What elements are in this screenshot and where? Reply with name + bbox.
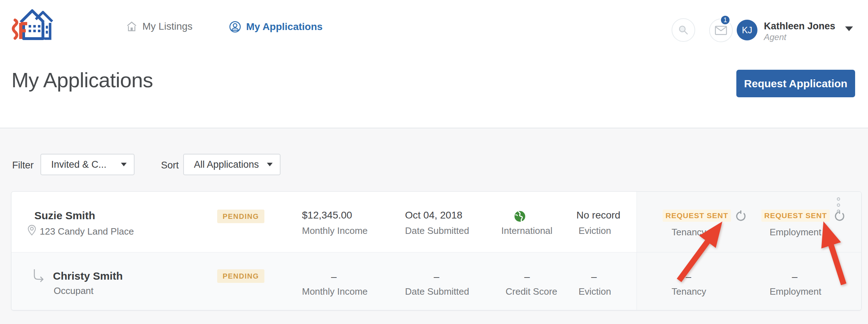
request-sent-badge: REQUEST SENT <box>663 210 731 222</box>
user-name: Kathleen Jones <box>764 21 835 32</box>
date-submitted-value: Oct 04, 2018 <box>405 210 462 221</box>
occupant-name[interactable]: Christy Smith <box>53 270 123 282</box>
status-badge: PENDING <box>217 210 264 223</box>
monthly-income-label: Monthly Income <box>302 286 368 297</box>
credit-score-label: Credit Score <box>506 286 557 297</box>
avatar[interactable]: KJ <box>737 20 757 40</box>
home-icon <box>126 21 137 32</box>
credit-score-value: – <box>524 271 530 283</box>
user-role: Agent <box>764 32 786 42</box>
nav-my-applications-label: My Applications <box>246 21 323 33</box>
eviction-label: Eviction <box>579 225 611 236</box>
status-badge: PENDING <box>217 269 264 283</box>
sort-label: Sort <box>161 160 179 171</box>
applications-table: Suzie Smith 123 Candy Land Place PENDING… <box>11 191 862 310</box>
employment-request-chip: REQUEST SENT <box>761 210 845 222</box>
content-area: Filter Invited & C... Sort All Applicati… <box>0 128 868 324</box>
unread-count-badge: 1 <box>720 15 731 25</box>
nav-my-listings[interactable]: My Listings <box>126 21 192 32</box>
request-sent-badge: REQUEST SENT <box>761 210 830 222</box>
monthly-income-value: $12,345.00 <box>302 210 352 221</box>
sf-homes-logo[interactable] <box>10 5 54 41</box>
tenancy-request-chip: REQUEST SENT <box>663 210 746 222</box>
nav-my-applications[interactable]: My Applications <box>229 21 323 33</box>
filter-label: Filter <box>12 160 34 171</box>
filter-value: Invited & C... <box>51 159 107 170</box>
applicant-name[interactable]: Suzie Smith <box>34 210 95 222</box>
chevron-down-icon <box>121 163 127 166</box>
monthly-income-label: Monthly Income <box>302 225 368 236</box>
profile-menu-caret[interactable] <box>845 26 853 31</box>
sub-item-arrow-icon <box>31 268 46 283</box>
search-button[interactable] <box>672 18 695 42</box>
chevron-down-icon <box>267 163 273 166</box>
employment-label: Employment <box>770 227 821 238</box>
eviction-value: No record <box>576 210 620 221</box>
page: My Listings My Applications <box>0 0 868 324</box>
nav-my-listings-label: My Listings <box>142 21 192 32</box>
request-application-button[interactable]: Request Application <box>736 70 855 97</box>
search-icon <box>678 25 689 35</box>
sort-dropdown[interactable]: All Applications <box>183 154 281 175</box>
location-pin-icon <box>28 225 36 236</box>
eviction-value: – <box>591 271 597 283</box>
property-address: 123 Candy Land Place <box>40 226 134 237</box>
person-icon <box>229 21 241 33</box>
employment-value: – <box>792 271 798 283</box>
employment-label: Employment <box>770 286 821 297</box>
monthly-income-value: – <box>331 271 337 283</box>
tenancy-label: Tenancy <box>672 286 706 297</box>
globe-icon <box>514 210 526 222</box>
date-submitted-value: – <box>434 271 439 283</box>
resend-request-icon[interactable] <box>735 210 746 222</box>
row-divider <box>11 252 862 252</box>
international-label: International <box>501 225 552 236</box>
chevron-down-icon <box>845 26 853 31</box>
tenancy-value: – <box>686 271 691 283</box>
tenancy-label: Tenancy <box>672 227 706 238</box>
filter-dropdown[interactable]: Invited & C... <box>40 154 135 175</box>
sort-value: All Applications <box>194 159 259 170</box>
eviction-label: Eviction <box>579 286 611 297</box>
date-submitted-label: Date Submitted <box>405 225 469 236</box>
top-nav: My Listings My Applications <box>0 0 868 46</box>
row-actions-kebab-icon[interactable] <box>835 196 842 214</box>
mail-icon <box>715 26 727 35</box>
date-submitted-label: Date Submitted <box>405 286 469 297</box>
page-title: My Applications <box>11 68 153 92</box>
occupant-role: Occupant <box>54 285 93 296</box>
